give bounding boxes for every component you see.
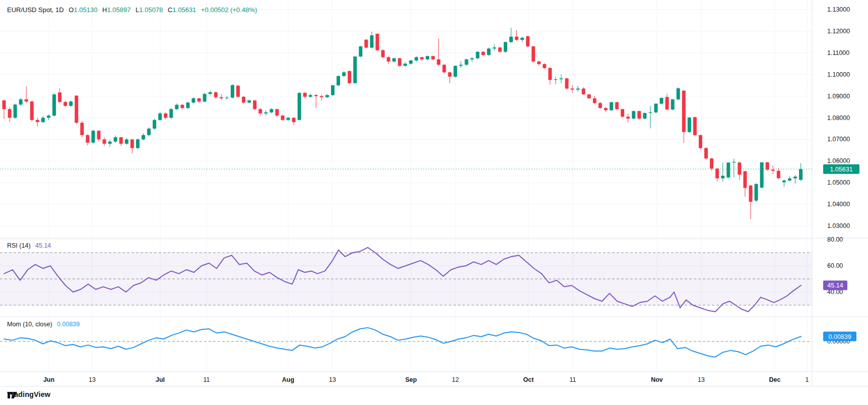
tradingview-logo-icon [7,390,18,400]
time-axis-label: 13 [329,376,336,383]
mom-legend: Mom (10, close) 0.00839 [7,321,80,328]
axis-label: 1.06000 [827,157,850,164]
svg-text:45.14: 45.14 [827,282,843,289]
open-label: O [69,6,74,14]
rsi-value-badge: 45.14 [823,280,847,290]
close-label: C [168,6,172,14]
time-axis-label: 13 [698,376,705,383]
axis-label: 1.07000 [827,136,850,143]
low-value: 1.05078 [139,6,163,14]
last-price-badge: 1.05631 [823,164,859,174]
time-axis-label: Nov [651,376,663,383]
symbol-title[interactable]: EUR/USD Spot, 1D [7,6,64,14]
time-axis-label: 11 [204,376,210,383]
candlestick-series[interactable] [3,28,803,219]
change-value: +0.00502 (+0.48%) [201,6,257,14]
high-value: 1.05897 [107,6,130,14]
svg-text:0.00839: 0.00839 [828,333,851,340]
time-axis-label: 13 [89,376,96,383]
time-axis-label: 11 [570,376,576,383]
rsi-value: 45.14 [35,242,51,249]
time-axis-label: 1 [806,376,809,383]
mom-indicator-title[interactable]: Mom (10, close) [7,321,52,328]
axis-label: 80.00 [827,236,843,243]
axis-label: 1.13000 [827,6,850,13]
time-axis-label: Sep [406,376,417,383]
time-axis-label: Jul [156,376,165,383]
axis-label: 1.10000 [827,71,850,78]
gridlines [0,0,812,372]
rsi-band [0,253,812,305]
rsi-indicator-title[interactable]: RSI (14) [7,242,31,249]
time-axis-label: Dec [769,376,781,383]
time-axis[interactable]: Jun13Jul11Aug13Sep12Oct11Nov13Dec1 [43,376,809,383]
open-value: 1.05130 [74,6,97,14]
axis-label: 1.12000 [827,28,850,35]
mom-value-badge: 0.00839 [823,332,856,341]
tradingview-attribution[interactable]: TradingView [7,390,50,398]
rsi-legend: RSI (14) 45.14 [7,242,51,249]
time-axis-label: Oct [523,376,535,383]
axis-label: 1.11000 [827,49,849,56]
axis-label: 1.04000 [827,201,850,208]
close-value: 1.05631 [172,6,196,14]
axis-label: 1.08000 [827,114,850,122]
mom-line [4,328,801,357]
axis-label: 1.05000 [827,179,850,186]
time-axis-label: Jun [43,376,54,383]
time-axis-label: Aug [282,376,294,383]
tradingview-chart-window: 1.130001.120001.110001.100001.090001.080… [0,0,868,405]
price-axis[interactable]: 1.130001.120001.110001.100001.090001.080… [827,6,850,345]
axis-label: 60.00 [827,262,843,269]
time-axis-label: 12 [452,376,459,383]
mom-value: 0.00839 [57,321,80,328]
ohlc-legend: EUR/USD Spot, 1D O1.05130 H1.05897 L1.05… [7,6,257,14]
chart-canvas[interactable]: 1.130001.120001.110001.100001.090001.080… [0,0,868,405]
axis-label: 1.09000 [827,93,850,100]
svg-text:1.05631: 1.05631 [830,166,852,173]
axis-label: 1.03000 [827,222,850,229]
